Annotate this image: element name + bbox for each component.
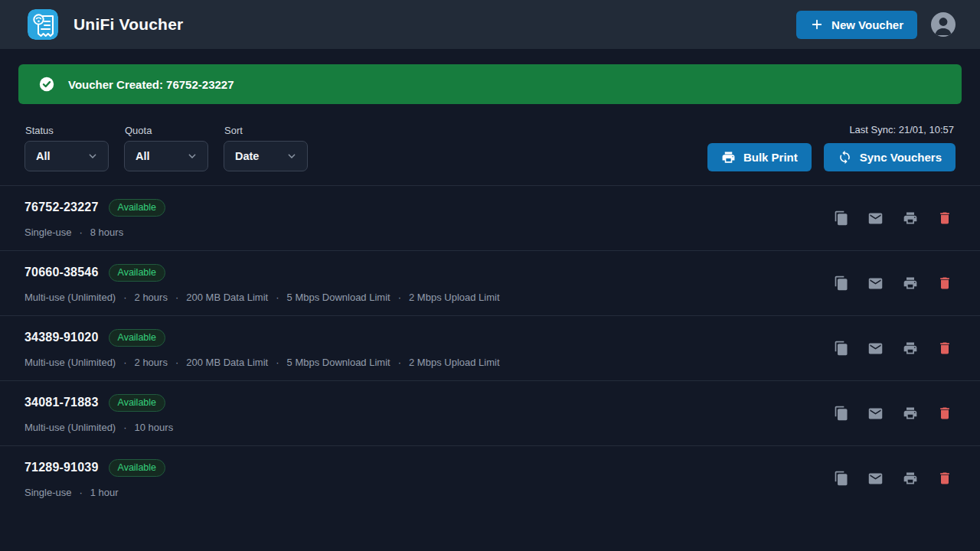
detail-separator: · — [123, 422, 126, 433]
print-button[interactable] — [902, 210, 918, 227]
copy-icon — [834, 276, 849, 291]
chevron-down-icon — [87, 150, 99, 162]
trash-icon — [937, 210, 952, 226]
trash-icon — [937, 276, 952, 291]
status-filter-value: All — [36, 150, 51, 162]
trash-icon — [937, 471, 952, 486]
bulk-print-button[interactable]: Bulk Print — [707, 143, 812, 171]
detail-separator: · — [398, 357, 401, 368]
quota-filter-value: All — [136, 150, 150, 162]
envelope-icon — [867, 210, 884, 227]
delete-button[interactable] — [936, 210, 952, 227]
printer-icon — [903, 210, 918, 226]
row-actions — [833, 406, 952, 422]
email-button[interactable] — [867, 406, 884, 422]
status-badge: Available — [109, 199, 166, 217]
copy-button[interactable] — [833, 210, 849, 227]
printer-icon — [903, 276, 918, 291]
envelope-icon — [867, 341, 884, 357]
trash-icon — [937, 341, 952, 356]
voucher-details: Multi-use (Unlimited)·2 hours·200 MB Dat… — [24, 292, 500, 303]
app-header: UniFi Voucher New Voucher — [0, 0, 980, 49]
copy-button[interactable] — [833, 471, 849, 487]
delete-button[interactable] — [936, 406, 952, 422]
detail-item: 2 hours — [135, 292, 168, 303]
detail-separator: · — [123, 357, 126, 368]
detail-separator: · — [175, 357, 178, 368]
detail-item: 5 Mbps Download Limit — [287, 292, 390, 303]
detail-separator: · — [276, 292, 279, 303]
detail-item: 5 Mbps Download Limit — [287, 357, 390, 368]
chevron-down-icon — [286, 150, 298, 162]
sort-filter-label: Sort — [224, 125, 308, 136]
status-badge: Available — [109, 459, 166, 477]
copy-button[interactable] — [833, 341, 849, 357]
detail-item: 1 hour — [90, 487, 119, 498]
page-title: UniFi Voucher — [74, 15, 183, 34]
voucher-details: Single-use·1 hour — [24, 487, 165, 498]
envelope-icon — [867, 406, 884, 422]
status-badge: Available — [109, 264, 166, 282]
detail-item: Multi-use (Unlimited) — [24, 292, 116, 303]
user-circle-icon — [931, 12, 956, 37]
row-actions — [833, 276, 952, 292]
new-voucher-button[interactable]: New Voucher — [796, 11, 917, 39]
chevron-down-icon — [186, 150, 198, 162]
voucher-row: 76752-23227 Available Single-use·8 hours — [0, 185, 980, 250]
voucher-row: 34389-91020 Available Multi-use (Unlimit… — [0, 315, 980, 380]
copy-button[interactable] — [833, 276, 849, 292]
detail-item: Single-use — [24, 487, 71, 498]
filter-bar: Status All Quota All Sort Date — [0, 124, 980, 171]
printer-icon — [903, 406, 918, 421]
printer-icon — [721, 150, 736, 165]
email-button[interactable] — [867, 210, 884, 227]
app-logo-voucher-icon — [28, 9, 58, 40]
detail-separator: · — [79, 487, 82, 498]
envelope-icon — [867, 471, 884, 487]
sort-filter-select[interactable]: Date — [224, 141, 308, 171]
user-avatar-button[interactable] — [931, 12, 956, 37]
detail-item: 2 Mbps Upload Limit — [409, 292, 500, 303]
quota-filter-select[interactable]: All — [124, 141, 208, 171]
copy-icon — [834, 210, 849, 226]
voucher-code: 34081-71883 — [24, 396, 99, 409]
detail-item: 10 hours — [135, 422, 174, 433]
delete-button[interactable] — [936, 276, 952, 292]
email-button[interactable] — [867, 471, 884, 487]
detail-item: Single-use — [24, 227, 71, 238]
copy-button[interactable] — [833, 406, 849, 422]
last-sync-text: Last Sync: 21/01, 10:57 — [849, 124, 954, 135]
detail-item: 8 hours — [90, 227, 123, 238]
printer-icon — [903, 341, 918, 356]
plus-icon — [810, 18, 824, 31]
detail-item: 2 Mbps Upload Limit — [409, 357, 500, 368]
row-actions — [833, 471, 952, 487]
email-button[interactable] — [867, 276, 884, 292]
voucher-code: 76752-23227 — [24, 201, 99, 214]
print-button[interactable] — [902, 471, 918, 487]
envelope-icon — [867, 276, 884, 292]
sort-filter-value: Date — [235, 150, 259, 162]
print-button[interactable] — [902, 276, 918, 292]
status-badge: Available — [109, 394, 166, 412]
quota-filter-label: Quota — [125, 125, 208, 136]
email-button[interactable] — [867, 341, 884, 357]
delete-button[interactable] — [936, 471, 952, 487]
printer-icon — [903, 471, 918, 486]
success-banner: Voucher Created: 76752-23227 — [18, 64, 962, 104]
detail-item: 200 MB Data Limit — [186, 292, 268, 303]
sync-vouchers-button[interactable]: Sync Vouchers — [824, 143, 956, 171]
delete-button[interactable] — [936, 341, 952, 357]
voucher-row: 34081-71883 Available Multi-use (Unlimit… — [0, 380, 980, 445]
detail-separator: · — [175, 292, 178, 303]
banner-message: Voucher Created: 76752-23227 — [68, 78, 234, 91]
bulk-print-label: Bulk Print — [743, 151, 798, 164]
voucher-details: Multi-use (Unlimited)·10 hours — [24, 422, 173, 433]
row-actions — [833, 210, 952, 227]
row-actions — [833, 341, 952, 357]
status-filter-select[interactable]: All — [24, 141, 109, 171]
voucher-details: Multi-use (Unlimited)·2 hours·200 MB Dat… — [24, 357, 500, 368]
print-button[interactable] — [902, 406, 918, 422]
detail-item: Multi-use (Unlimited) — [24, 357, 116, 368]
print-button[interactable] — [902, 341, 918, 357]
